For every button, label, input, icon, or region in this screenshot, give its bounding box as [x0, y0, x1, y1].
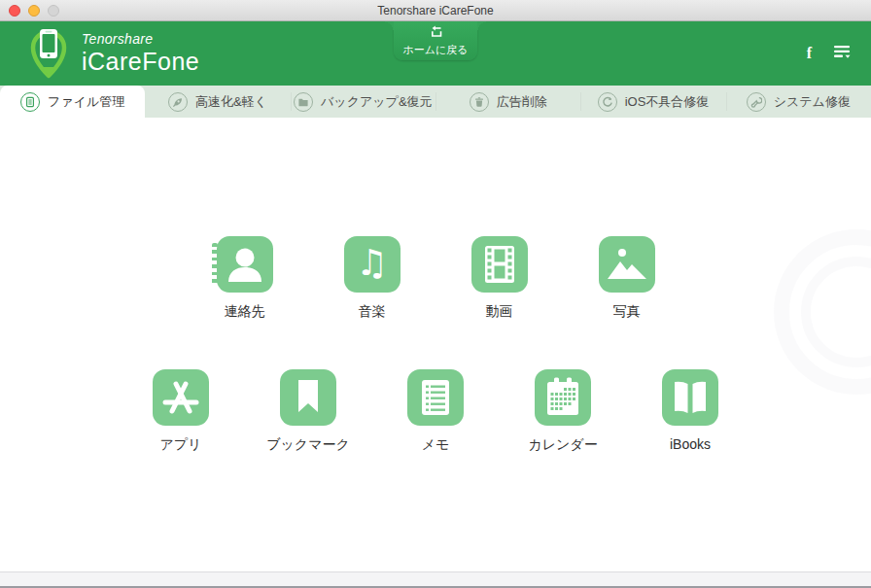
minimize-button[interactable] [28, 5, 40, 17]
traffic-lights [9, 5, 59, 17]
folder-icon [294, 92, 313, 112]
tab-file-manager[interactable]: ファイル管理 [0, 86, 145, 118]
music-icon: ♫ [344, 236, 401, 293]
zoom-button[interactable] [48, 5, 59, 17]
tab-label: iOS不具合修復 [625, 93, 710, 111]
apps-icon [153, 369, 209, 426]
tab-label: バックアップ&復元 [321, 93, 433, 111]
grid-item-label: iBooks [670, 436, 711, 452]
close-button[interactable] [9, 5, 20, 17]
grid-item-contacts[interactable]: 連絡先 [181, 236, 308, 321]
grid-item-label: メモ [422, 436, 450, 454]
return-home-icon [428, 24, 443, 41]
grid-item-notes[interactable]: メモ [372, 369, 500, 454]
titlebar: Tenorshare iCareFone [0, 0, 871, 21]
brand-icarefone: iCareFone [82, 48, 199, 76]
grid-row-2: アプリ ブックマーク [0, 369, 871, 454]
bookmark-icon [280, 369, 336, 426]
grid-item-label: カレンダー [528, 436, 597, 454]
rocket-icon [168, 92, 188, 112]
photos-icon [599, 236, 655, 293]
file-manager-icon [20, 92, 40, 112]
grid-item-video[interactable]: 動画 [436, 236, 563, 321]
tab-label: 高速化&軽く [195, 93, 267, 111]
tab-speedup-clean[interactable]: 高速化&軽く [145, 86, 290, 118]
tab-backup-restore[interactable]: バックアップ&復元 [291, 86, 436, 118]
ibooks-icon [662, 369, 718, 426]
grid-item-bookmark[interactable]: ブックマーク [245, 369, 372, 454]
grid-item-label: 動画 [486, 303, 513, 321]
tab-system-repair[interactable]: システム修復 [726, 86, 871, 118]
grid-item-label: 音楽 [359, 303, 386, 321]
app-header: Tenorshare iCareFone ホームに戻る f [0, 21, 871, 86]
tab-ios-repair[interactable]: iOS不具合修復 [580, 86, 725, 118]
icarefone-pin-phone-logo-icon [27, 24, 70, 83]
menu-list-icon[interactable] [833, 45, 852, 63]
wrench-icon [747, 92, 766, 112]
file-type-grid: 連絡先 ♫ 音楽 [0, 118, 871, 454]
status-footer [0, 571, 871, 588]
grid-item-ibooks[interactable]: iBooks [627, 369, 754, 454]
facebook-icon[interactable]: f [803, 43, 816, 64]
trash-icon [470, 92, 489, 112]
grid-item-label: 写真 [613, 303, 641, 321]
grid-row-1: 連絡先 ♫ 音楽 [0, 236, 871, 321]
grid-item-label: 連絡先 [225, 303, 265, 321]
header-actions: f [803, 21, 852, 86]
grid-item-apps[interactable]: アプリ [118, 369, 245, 454]
brand-text: Tenorshare iCareFone [82, 31, 199, 76]
return-home-label: ホームに戻る [402, 43, 468, 57]
brand-tenorshare: Tenorshare [82, 31, 199, 47]
grid-item-photos[interactable]: 写真 [563, 236, 690, 321]
contacts-icon [217, 236, 273, 293]
tab-label: ファイル管理 [48, 93, 124, 111]
grid-item-label: ブックマーク [266, 436, 350, 454]
window-title: Tenorshare iCareFone [377, 4, 493, 17]
tab-label: システム修復 [774, 93, 851, 111]
feature-tabbar: ファイル管理 高速化&軽く バックアップ&復元 広告削除 [0, 86, 871, 118]
calendar-icon [535, 369, 591, 426]
tab-label: 広告削除 [497, 93, 547, 111]
notes-icon [407, 369, 464, 426]
grid-item-music[interactable]: ♫ 音楽 [308, 236, 436, 321]
refresh-icon [598, 92, 617, 112]
tab-ad-removal[interactable]: 広告削除 [436, 86, 580, 118]
grid-item-calendar[interactable]: カレンダー [500, 369, 627, 454]
video-icon [471, 236, 528, 293]
grid-item-label: アプリ [160, 436, 202, 454]
return-home-button[interactable]: ホームに戻る [394, 21, 477, 60]
main-content: 連絡先 ♫ 音楽 [0, 118, 871, 571]
brand-logo: Tenorshare iCareFone [27, 24, 199, 83]
music-note-glyph: ♫ [356, 245, 388, 281]
